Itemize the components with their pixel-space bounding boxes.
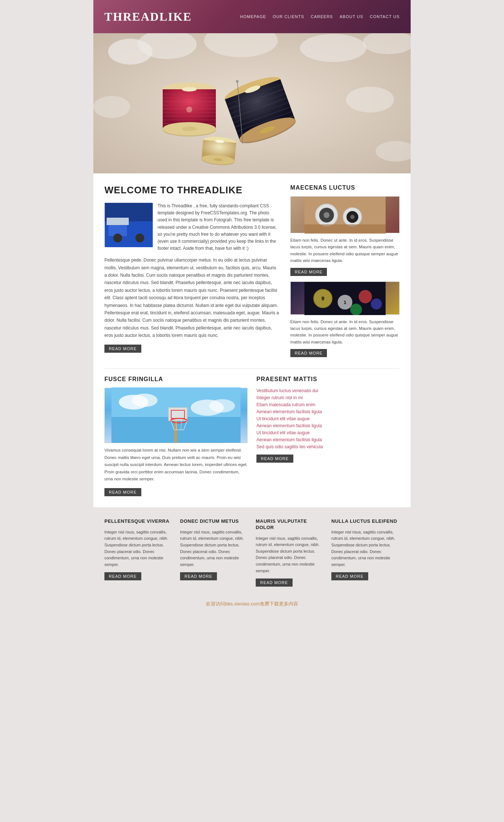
fusce-image	[104, 388, 248, 443]
nav-homepage[interactable]: HOMEPAGE	[240, 14, 266, 19]
maecenas-text1: Etiam non felis. Donec ut ante. In id er…	[290, 237, 400, 264]
footer-col3-read-more[interactable]: READ MORE	[256, 578, 293, 587]
maecenas-image1	[290, 196, 400, 233]
footer-col2-read-more[interactable]: READ MORE	[180, 572, 217, 580]
maecenas-title: MAECENAS LUCTUS	[290, 184, 400, 191]
list-item: Sed quis odio sagittis leo vehicula	[256, 444, 400, 449]
maecenas-img1-svg	[291, 197, 399, 234]
praesent-link-2[interactable]: Integer rutrum nisl in mi	[256, 395, 303, 400]
watermark: 欢迎访问bbs.xieniao.com免费下载更多内容	[93, 598, 411, 610]
footer-col4-text: Integer nisl risus, sagittis convallis, …	[331, 529, 400, 568]
list-item: Integer rutrum nisl in mi	[256, 395, 400, 400]
praesent-link-8[interactable]: Aenean elementum facilisis ligula	[256, 437, 322, 442]
svg-point-25	[186, 107, 192, 113]
svg-point-6	[93, 96, 130, 118]
footer-col3-text: Integer nisl risus, sagittis convallis, …	[256, 535, 324, 574]
svg-point-80	[209, 399, 235, 412]
footer-col4-read-more[interactable]: READ MORE	[331, 572, 368, 580]
footer-col1-title: PELLENTESQUE VIVERRA	[104, 518, 173, 525]
list-item: Ut tincidunt elit vitae augue	[256, 430, 400, 435]
nav-about-us[interactable]: ABOUT US	[339, 14, 363, 19]
praesent-link-5[interactable]: Ut tincidunt elit vitae augue	[256, 416, 310, 421]
list-item: Etiam malesuada rutrum enim	[256, 402, 400, 407]
praesent-link-6[interactable]: Aenean elementum facilisis ligula	[256, 423, 322, 428]
site-nav: HOMEPAGE OUR CLIENTS CAREERS ABOUT US CO…	[240, 14, 400, 19]
svg-point-60	[324, 212, 329, 218]
watermark-text: 欢迎访问bbs.xieniao.com免费下载更多内容	[206, 601, 298, 607]
nav-careers[interactable]: CAREERS	[311, 14, 333, 19]
praesent-link-4[interactable]: Aenean elementum facilisis ligula	[256, 409, 322, 414]
welcome-img-svg	[105, 203, 153, 247]
svg-rect-56	[107, 218, 129, 225]
hero-svg	[93, 33, 411, 173]
nav-contact-us[interactable]: CONTACT US	[370, 14, 400, 19]
maecenas-read-more2[interactable]: READ MORE	[290, 349, 327, 357]
hero-image	[93, 33, 411, 173]
maecenas-text2: Etiam non felis. Donec ut ante. In id er…	[290, 318, 400, 346]
list-item: Aenean elementum facilisis ligula	[256, 423, 400, 428]
welcome-body: Pellentesque pede. Donec pulvinar ullamc…	[104, 256, 279, 339]
footer-col2-text: Integer nisl risus, sagittis convallis, …	[180, 529, 248, 568]
fusce-text: Vivamus consequat lorem at nisi. Nullam …	[104, 447, 248, 483]
footer-col-1: PELLENTESQUE VIVERRA Integer nisl risus,…	[104, 518, 173, 587]
svg-point-54	[113, 234, 122, 242]
welcome-image	[104, 203, 152, 247]
svg-point-23	[182, 87, 197, 91]
page-wrapper: THREADLIKE HOMEPAGE OUR CLIENTS CAREERS …	[93, 0, 411, 610]
nav-our-clients[interactable]: OUR CLIENTS	[273, 14, 304, 19]
bottom-row: FUSCE FRINGILLA	[104, 376, 400, 496]
footer-col-4: NULLA LUCTUS ELEIFEND Integer nisl risus…	[331, 518, 400, 587]
svg-point-49	[236, 80, 239, 82]
svg-point-63	[350, 215, 355, 219]
welcome-intro: This is Threadlike , a free, fully stand…	[104, 203, 279, 252]
fusce-read-more[interactable]: READ MORE	[104, 488, 141, 496]
footer-col1-text: Integer nisl risus, sagittis convallis, …	[104, 529, 173, 568]
list-item: Aenean elementum facilisis ligula	[256, 437, 400, 442]
welcome-left: WELCOME TO THREADLIKE This is Threadlike…	[104, 184, 279, 357]
praesent-link-1[interactable]: Vestibulum luctus venenatis dui	[256, 388, 318, 393]
praesent-link-3[interactable]: Etiam malesuada rutrum enim	[256, 402, 315, 407]
praesent-title: PRAESENT MATTIS	[256, 376, 400, 383]
list-item: Vestibulum luctus venenatis dui	[256, 388, 400, 393]
footer-col-3: MAURIS VULPUTATE DOLOR Integer nisl risu…	[256, 518, 324, 587]
praesent-link-9[interactable]: Sed quis odio sagittis leo vehicula	[256, 444, 323, 449]
site-header: THREADLIKE HOMEPAGE OUR CLIENTS CAREERS …	[93, 0, 411, 33]
footer-col4-title: NULLA LUCTUS ELEIFEND	[331, 518, 400, 525]
main-content: WELCOME TO THREADLIKE This is Threadlike…	[93, 173, 411, 507]
footer-col3-title: MAURIS VULPUTATE DOLOR	[256, 518, 324, 531]
section-divider	[104, 368, 400, 369]
footer-section: PELLENTESQUE VIVERRA Integer nisl risus,…	[93, 507, 411, 598]
svg-point-24	[182, 127, 197, 131]
maecenas-image2: 9 1	[290, 282, 400, 315]
praesent-section: PRAESENT MATTIS Vestibulum luctus venena…	[256, 376, 400, 496]
welcome-title: WELCOME TO THREADLIKE	[104, 184, 279, 196]
fusce-title: FUSCE FRINGILLA	[104, 376, 248, 383]
svg-point-7	[346, 87, 394, 113]
footer-col-2: DONEC DICTUM METUS Integer nisl risus, s…	[180, 518, 248, 587]
svg-rect-64	[304, 224, 386, 234]
footer-col1-read-more[interactable]: READ MORE	[104, 572, 141, 580]
welcome-text: This is Threadlike , a free, fully stand…	[158, 203, 279, 252]
svg-point-55	[135, 234, 144, 242]
praesent-read-more[interactable]: READ MORE	[256, 455, 293, 463]
site-logo: THREADLIKE	[104, 10, 192, 24]
welcome-read-more[interactable]: READ MORE	[104, 345, 141, 353]
fusce-section: FUSCE FRINGILLA	[104, 376, 248, 496]
svg-point-4	[300, 34, 366, 62]
praesent-links: Vestibulum luctus venenatis dui Integer …	[256, 388, 400, 449]
footer-columns: PELLENTESQUE VIVERRA Integer nisl risus,…	[104, 518, 400, 587]
list-item: Aenean elementum facilisis ligula	[256, 409, 400, 414]
welcome-right: MAECENAS LUCTUS Etiam non felis. Donec u…	[290, 184, 400, 357]
fusce-img-svg	[105, 387, 247, 443]
list-item: Ut tincidunt elit vitae augue	[256, 416, 400, 421]
svg-point-78	[132, 394, 158, 407]
footer-col2-title: DONEC DICTUM METUS	[180, 518, 248, 525]
maecenas-img2-svg: 9 1	[291, 282, 399, 315]
maecenas-read-more1[interactable]: READ MORE	[290, 268, 327, 276]
welcome-section: WELCOME TO THREADLIKE This is Threadlike…	[104, 184, 400, 357]
svg-rect-74	[304, 282, 386, 315]
praesent-link-7[interactable]: Ut tincidunt elit vitae augue	[256, 430, 310, 435]
